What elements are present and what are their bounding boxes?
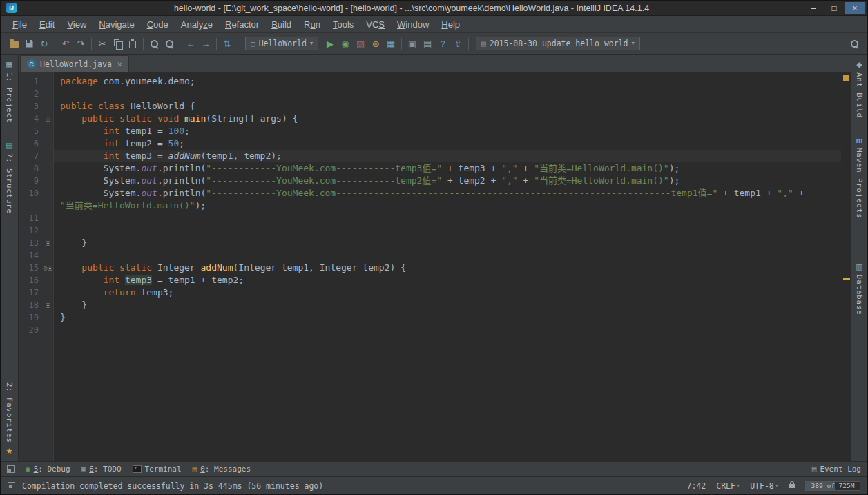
tool-button-maven-projects[interactable]: mMaven Projects bbox=[856, 136, 864, 219]
minimize-button[interactable]: – bbox=[804, 2, 823, 14]
code-line[interactable]: 9 System.out.println("------------YouMee… bbox=[19, 175, 841, 187]
forward-icon[interactable]: → bbox=[198, 36, 213, 51]
back-icon[interactable]: ← bbox=[183, 36, 198, 51]
tool-button-1-project[interactable]: ▦1: Project bbox=[6, 60, 14, 123]
tab-helloworld-java[interactable]: C HelloWorld.java × bbox=[20, 55, 129, 72]
code-line[interactable]: 20 bbox=[19, 324, 841, 336]
fold-marker-icon[interactable] bbox=[46, 241, 50, 246]
tool-button-7-structure[interactable]: ▤7: Structure bbox=[6, 141, 14, 214]
code-line[interactable]: 5 int temp1 = 100; bbox=[19, 125, 841, 137]
menu-help[interactable]: Help bbox=[435, 17, 466, 32]
code-line[interactable]: 17 return temp3; bbox=[19, 287, 841, 299]
code-area[interactable]: 1package com.youmeek.demo;23public class… bbox=[19, 75, 841, 336]
edit-config-icon[interactable]: ⊛ bbox=[368, 36, 383, 51]
copy-icon[interactable] bbox=[110, 36, 125, 51]
code-text: System.out.println("------------YouMeek.… bbox=[54, 187, 841, 200]
tool-button-database[interactable]: ▥Database bbox=[856, 262, 864, 316]
menu-analyze[interactable]: Analyze bbox=[175, 17, 219, 32]
tool-window-button-5-debug[interactable]: ◉5: Debug bbox=[26, 465, 70, 474]
encoding-select[interactable]: UTF-8▾ bbox=[750, 481, 778, 491]
debug-icon[interactable]: ◉ bbox=[338, 36, 353, 51]
project-structure-icon[interactable]: ▦ bbox=[383, 36, 398, 51]
fold-marker-icon[interactable] bbox=[46, 117, 50, 122]
line-separator-select[interactable]: CRLF▾ bbox=[716, 481, 740, 491]
fold-marker-icon[interactable] bbox=[48, 266, 52, 271]
menu-code[interactable]: Code bbox=[141, 17, 175, 32]
line-number: 9 bbox=[19, 175, 42, 187]
tool-window-button-terminal[interactable]: Terminal bbox=[133, 465, 182, 474]
undo-icon[interactable]: ↶ bbox=[58, 36, 73, 51]
menu-refactor[interactable]: Refactor bbox=[219, 17, 265, 32]
menu-run[interactable]: Run bbox=[298, 17, 327, 32]
code-line[interactable]: 12 bbox=[19, 224, 841, 237]
line-number: 17 bbox=[19, 287, 42, 299]
vcs-update-widget[interactable]: ▤ 2015-08-30 update hello world ▼ bbox=[476, 37, 640, 50]
inspection-indicator[interactable] bbox=[843, 75, 849, 81]
error-stripe[interactable] bbox=[842, 72, 851, 461]
replace-icon[interactable] bbox=[162, 36, 177, 51]
close-button[interactable]: × bbox=[845, 2, 865, 14]
debug-tool-icon: ◉ bbox=[26, 465, 30, 474]
open-icon[interactable] bbox=[6, 36, 21, 51]
code-line[interactable]: 19} bbox=[19, 311, 841, 324]
upload-icon[interactable]: ⇧ bbox=[450, 36, 465, 51]
tool-button-2-favorites[interactable]: 2: Favorites★ bbox=[6, 382, 14, 456]
menu-edit[interactable]: Edit bbox=[33, 17, 61, 32]
find-icon[interactable] bbox=[146, 36, 162, 51]
code-line[interactable]: 6 int temp2 = 50; bbox=[19, 137, 841, 150]
help-icon[interactable]: ? bbox=[435, 36, 450, 51]
cut-icon[interactable]: ✂ bbox=[95, 36, 110, 51]
run-icon[interactable]: ▶ bbox=[322, 36, 338, 51]
save-all-icon[interactable] bbox=[21, 36, 37, 51]
code-line[interactable]: 18 } bbox=[19, 299, 841, 311]
code-line[interactable]: 8 System.out.println("------------YouMee… bbox=[19, 162, 841, 175]
code-line[interactable]: 13 } bbox=[19, 237, 841, 249]
run-configuration-select[interactable]: □ HelloWorld ▼ bbox=[245, 37, 318, 50]
code-line[interactable]: 2 bbox=[19, 88, 841, 100]
menu-view[interactable]: View bbox=[61, 17, 93, 32]
code-line[interactable]: 14 bbox=[19, 249, 841, 262]
redo-icon[interactable]: ↷ bbox=[73, 36, 88, 51]
line-number: 14 bbox=[19, 249, 42, 262]
synchronize-icon[interactable]: ↻ bbox=[37, 36, 52, 51]
tab-close-icon[interactable]: × bbox=[117, 59, 122, 69]
tool-window-button-6-todo[interactable]: ▣6: TODO bbox=[81, 465, 122, 474]
menu-tools[interactable]: Tools bbox=[327, 17, 360, 32]
tool-button-ant-build[interactable]: ◆Ant Build bbox=[856, 60, 864, 118]
code-line[interactable]: 7 int temp3 = addNum(temp1, temp2); bbox=[19, 150, 841, 162]
app-icon: IJ bbox=[6, 3, 17, 13]
memory-indicator[interactable]: 389 of 725M bbox=[805, 481, 860, 491]
paste-icon[interactable] bbox=[125, 36, 140, 51]
coverage-icon[interactable]: ▨ bbox=[353, 36, 368, 51]
caret-position[interactable]: 7:42 bbox=[687, 481, 706, 491]
maximize-button[interactable]: □ bbox=[824, 2, 844, 14]
menu-build[interactable]: Build bbox=[265, 17, 298, 32]
code-line[interactable]: 15◎ public static Integer addNum(Integer… bbox=[19, 262, 841, 274]
recent-changes-icon[interactable]: ⇅ bbox=[220, 36, 235, 51]
menu-window[interactable]: Window bbox=[391, 17, 435, 32]
search-everywhere-icon[interactable] bbox=[847, 36, 862, 51]
code-line-wrap[interactable]: "当前类=HelloWorld.main()"); bbox=[19, 200, 841, 212]
code-line[interactable]: 11 bbox=[19, 212, 841, 224]
code-line[interactable]: 3public class HelloWorld { bbox=[19, 100, 841, 113]
print-icon[interactable]: ▤ bbox=[420, 36, 435, 51]
status-bar: Compilation completed successfully in 3s… bbox=[1, 476, 867, 494]
code-text: int temp1 = 100; bbox=[54, 125, 841, 137]
tool-window-button-0-messages[interactable]: ▤0: Messages bbox=[193, 465, 251, 474]
menu-vcs[interactable]: VCS bbox=[360, 17, 391, 32]
lock-icon[interactable] bbox=[789, 484, 795, 488]
menu-navigate[interactable]: Navigate bbox=[93, 17, 140, 32]
code-line[interactable]: 4 public static void main(String[] args)… bbox=[19, 113, 841, 125]
tool-window-toggle-icon[interactable] bbox=[7, 465, 15, 473]
event-log-button[interactable]: Event Log bbox=[820, 465, 861, 474]
editor[interactable]: 1package com.youmeek.demo;23public class… bbox=[19, 72, 851, 461]
ant-build-tool-icon[interactable]: ▣ bbox=[405, 36, 420, 51]
menu-file[interactable]: File bbox=[6, 17, 33, 32]
method-marker-icon[interactable]: ◎ bbox=[44, 265, 47, 271]
code-line[interactable]: 10 System.out.println("------------YouMe… bbox=[19, 187, 841, 200]
highlight-mark[interactable] bbox=[843, 278, 850, 280]
code-line[interactable]: 1package com.youmeek.demo; bbox=[19, 75, 841, 88]
fold-marker-icon[interactable] bbox=[46, 303, 50, 308]
panel-toggle-icon[interactable] bbox=[8, 482, 15, 489]
code-line[interactable]: 16 int temp3 = temp1 + temp2; bbox=[19, 274, 841, 287]
